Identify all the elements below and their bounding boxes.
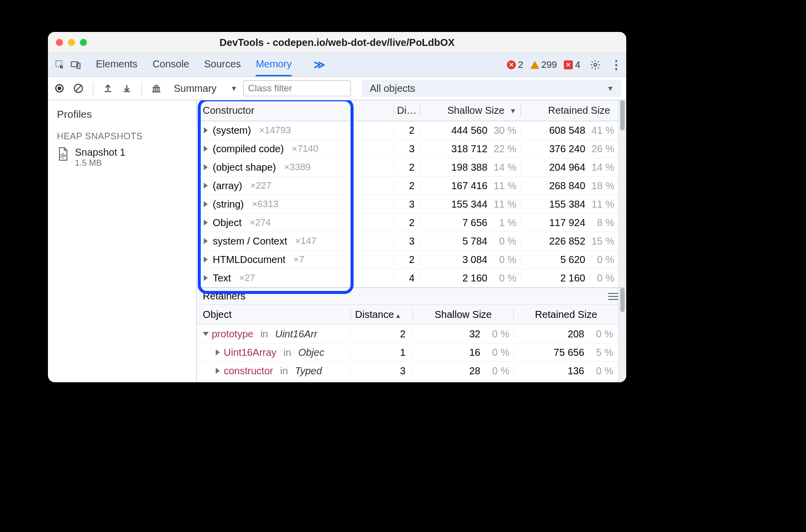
table-row[interactable]: (string)×63133155 34411 %155 38411 % <box>197 195 618 214</box>
retainer-row[interactable]: constructorinTyped3280 %1360 % <box>197 362 618 380</box>
in-keyword: in <box>277 365 291 377</box>
instance-count: ×227 <box>250 180 272 191</box>
tab-memory[interactable]: Memory <box>256 53 292 76</box>
instance-count: ×147 <box>295 236 317 247</box>
profiles-sidebar: Profiles HEAP SNAPSHOTS Snapshot 1 1.5 M… <box>48 100 197 382</box>
col-constructor[interactable]: Constructor <box>197 105 394 116</box>
close-window-button[interactable] <box>56 39 63 46</box>
gear-icon[interactable] <box>587 57 603 73</box>
constructor-name: Object <box>213 217 242 229</box>
distance-cell: 2 <box>394 180 419 192</box>
memory-toolbar: Summary ▼ All objects ▼ <box>48 77 626 100</box>
col-retained-size[interactable]: Retained Size <box>520 105 618 116</box>
class-name: Uint16Arr <box>275 328 317 340</box>
col-object[interactable]: Object <box>197 309 351 320</box>
retainer-row[interactable]: Uint16ArrayinObjec1160 %75 6565 % <box>197 343 618 362</box>
in-keyword: in <box>257 328 271 340</box>
expand-icon[interactable] <box>204 275 208 281</box>
col-distance[interactable]: Distance▲ <box>351 309 412 320</box>
instance-count: ×274 <box>250 217 271 228</box>
distance-cell: 1 <box>351 347 412 358</box>
table-row[interactable]: (array)×2272167 41611 %268 84018 % <box>197 177 618 195</box>
shallow-size-cell: 167 41611 % <box>419 180 520 192</box>
expand-icon[interactable] <box>204 238 208 244</box>
distance-cell: 2 <box>351 328 412 340</box>
device-toggle-icon[interactable] <box>68 57 84 73</box>
issues-count[interactable]: ✕ 4 <box>564 59 580 70</box>
tabs-overflow-icon[interactable]: ≫ <box>314 58 325 71</box>
chevron-down-icon: ▼ <box>231 84 238 92</box>
retainers-title: Retainers <box>203 290 246 302</box>
table-row[interactable]: system / Context×14735 7840 %226 85215 % <box>197 232 618 251</box>
zoom-window-button[interactable] <box>80 39 87 46</box>
retainers-panel: Retainers Object Distance▲ Shallow Size … <box>197 287 626 382</box>
retainer-row[interactable]: prototypeinUint16Arr2320 %2080 % <box>197 325 618 343</box>
instance-count: ×14793 <box>259 125 291 136</box>
table-row[interactable]: (object shape)×33892198 38814 %204 96414… <box>197 158 618 177</box>
sort-desc-icon: ▼ <box>509 107 516 115</box>
error-count[interactable]: ✕ 2 <box>507 59 523 70</box>
table-row[interactable]: HTMLDocument×723 0840 %5 6200 % <box>197 251 618 269</box>
col-shallow[interactable]: Shallow Size <box>412 309 513 320</box>
collect-garbage-icon[interactable] <box>150 82 163 95</box>
devtools-window: DevTools - codepen.io/web-dot-dev/live/P… <box>48 32 626 382</box>
minimize-window-button[interactable] <box>68 39 75 46</box>
chevron-down-icon: ▼ <box>607 84 614 92</box>
expand-icon[interactable] <box>204 201 208 207</box>
retained-size-cell: 5 6200 % <box>520 254 618 266</box>
shallow-size-cell: 160 % <box>412 347 513 358</box>
tab-elements[interactable]: Elements <box>96 53 137 76</box>
col-retained[interactable]: Retained Size <box>513 309 618 320</box>
scrollbar[interactable] <box>618 288 626 382</box>
expand-icon[interactable] <box>204 183 208 189</box>
table-row[interactable]: (compiled code)×71403318 71222 %376 2402… <box>197 140 618 158</box>
load-profile-icon[interactable] <box>101 82 114 95</box>
class-filter-input[interactable] <box>243 80 351 96</box>
retained-size-cell: 155 38411 % <box>520 199 618 210</box>
table-row[interactable]: Object×27427 6561 %117 9248 % <box>197 214 618 232</box>
in-keyword: in <box>281 347 295 358</box>
class-name: Objec <box>298 347 324 358</box>
retained-size-cell: 1360 % <box>513 365 618 377</box>
expand-icon[interactable] <box>204 146 208 152</box>
scope-select[interactable]: All objects ▼ <box>362 80 621 97</box>
retained-size-cell: 608 54841 % <box>520 125 618 136</box>
save-profile-icon[interactable] <box>120 82 133 95</box>
tab-console[interactable]: Console <box>152 53 189 76</box>
warning-count[interactable]: 299 <box>530 59 557 70</box>
expand-icon[interactable] <box>203 332 209 336</box>
titlebar: DevTools - codepen.io/web-dot-dev/live/P… <box>48 32 626 53</box>
table-header: Constructor Di… Shallow Size▼ Retained S… <box>197 100 626 121</box>
clear-icon[interactable] <box>72 82 85 95</box>
table-row[interactable]: (system)×147932444 56030 %608 54841 % <box>197 121 618 140</box>
snapshot-item[interactable]: Snapshot 1 1.5 MB <box>48 145 196 170</box>
kebab-menu-icon[interactable]: ⋮ <box>610 62 622 68</box>
constructor-name: (array) <box>213 180 242 192</box>
menu-icon[interactable] <box>608 293 618 300</box>
expand-icon[interactable] <box>204 127 208 133</box>
expand-icon[interactable] <box>216 368 220 374</box>
property-name: prototype <box>212 328 253 340</box>
constructor-name: (compiled code) <box>213 143 284 155</box>
retained-size-cell: 75 6565 % <box>513 347 618 358</box>
record-icon[interactable] <box>53 82 66 95</box>
issues-icon: ✕ <box>564 60 573 69</box>
expand-icon[interactable] <box>204 257 208 263</box>
snapshot-main: Constructor Di… Shallow Size▼ Retained S… <box>197 100 626 382</box>
snapshot-name: Snapshot 1 <box>75 147 125 158</box>
instance-count: ×27 <box>239 272 255 283</box>
expand-icon[interactable] <box>204 164 208 170</box>
tab-sources[interactable]: Sources <box>204 53 241 76</box>
warning-icon <box>530 61 539 69</box>
profiles-header: Profiles <box>48 104 196 124</box>
view-select[interactable]: Summary ▼ <box>174 83 237 94</box>
inspect-element-icon[interactable] <box>52 57 68 73</box>
col-distance[interactable]: Di… <box>394 105 419 116</box>
expand-icon[interactable] <box>216 349 220 355</box>
constructor-name: HTMLDocument <box>213 254 286 266</box>
table-row[interactable]: Text×2742 1600 %2 1600 % <box>197 269 618 287</box>
distance-cell: 3 <box>394 236 419 247</box>
expand-icon[interactable] <box>204 220 208 226</box>
col-shallow-size[interactable]: Shallow Size▼ <box>419 105 520 116</box>
shallow-size-cell: 320 % <box>412 328 513 340</box>
